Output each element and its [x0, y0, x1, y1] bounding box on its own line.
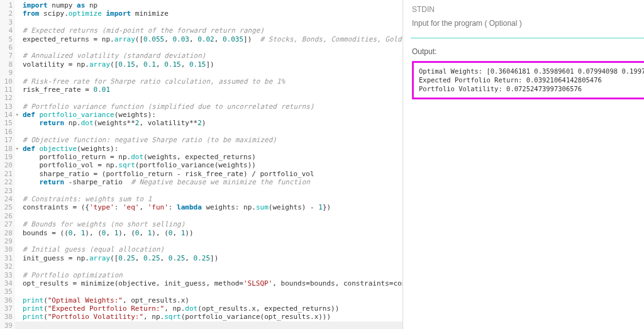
- line-number: 14: [0, 111, 13, 119]
- line-number: 25: [0, 203, 13, 211]
- line-number: 18: [0, 145, 13, 153]
- code-line[interactable]: sharpe_ratio = (portfolio_return - risk_…: [23, 170, 402, 178]
- line-number: 8: [0, 60, 13, 69]
- code-line[interactable]: def portfolio_variance(weights):: [23, 111, 402, 119]
- line-number: 10: [0, 77, 13, 86]
- line-number: 31: [0, 254, 13, 262]
- line-number: 38: [0, 313, 13, 321]
- line-number: 16: [0, 128, 13, 136]
- line-number: 15: [0, 119, 13, 127]
- line-number: 36: [0, 296, 13, 304]
- line-number: 11: [0, 86, 13, 94]
- code-line[interactable]: [23, 321, 402, 329]
- line-number-gutter: 1234567891011121314151617181920212223242…: [0, 0, 15, 329]
- line-number: 12: [0, 94, 13, 102]
- line-number: 17: [0, 136, 13, 144]
- code-line[interactable]: [23, 212, 402, 220]
- line-number: 26: [0, 212, 13, 220]
- stdin-section: STDIN: [403, 0, 644, 38]
- line-number: 6: [0, 43, 13, 52]
- line-number: 39: [0, 321, 13, 329]
- code-line[interactable]: portfolio_vol = np.sqrt(portfolio_varian…: [23, 161, 402, 169]
- code-line[interactable]: # Objective function: negative Sharpe ra…: [23, 136, 402, 144]
- code-line[interactable]: from scipy.optimize import minimize: [23, 9, 402, 18]
- line-number: 23: [0, 187, 13, 195]
- code-line[interactable]: # Risk-free rate for Sharpe ratio calcul…: [23, 77, 402, 86]
- code-line[interactable]: # Constraints: weights sum to 1: [23, 195, 402, 203]
- code-line[interactable]: print("Portfolio Volatility:", np.sqrt(p…: [23, 313, 402, 321]
- line-number: 7: [0, 52, 13, 60]
- code-line[interactable]: [23, 287, 402, 296]
- code-line[interactable]: [23, 69, 402, 77]
- code-line[interactable]: # Portfolio optimization: [23, 271, 402, 279]
- code-line[interactable]: # Annualized volatility (standard deviat…: [23, 52, 402, 60]
- code-line[interactable]: print("Expected Portfolio Return:", np.d…: [23, 304, 402, 313]
- line-number: 2: [0, 9, 13, 18]
- line-number: 37: [0, 304, 13, 313]
- line-number: 24: [0, 195, 13, 203]
- code-line[interactable]: opt_results = minimize(objective, init_g…: [23, 279, 402, 287]
- code-line[interactable]: risk_free_rate = 0.01: [23, 86, 402, 94]
- code-line[interactable]: # Bounds for weights (no short selling): [23, 220, 402, 228]
- output-section: Output: Optimal Weights: [0.36046181 0.3…: [403, 45, 644, 329]
- line-number: 4: [0, 26, 13, 35]
- line-number: 35: [0, 287, 13, 296]
- code-line[interactable]: volatility = np.array([0.15, 0.1, 0.15, …: [23, 60, 402, 69]
- code-line[interactable]: [23, 94, 402, 102]
- code-line[interactable]: [23, 43, 402, 52]
- code-line[interactable]: # Initial guess (equal allocation): [23, 245, 402, 254]
- line-number: 13: [0, 103, 13, 111]
- line-number: 9: [0, 69, 13, 77]
- code-area[interactable]: import numpy as npfrom scipy.optimize im…: [15, 0, 402, 329]
- line-number: 32: [0, 262, 13, 270]
- code-line[interactable]: [23, 18, 402, 26]
- line-number: 19: [0, 153, 13, 161]
- code-line[interactable]: [23, 262, 402, 270]
- line-number: 29: [0, 237, 13, 245]
- code-line[interactable]: # Expected returns (mid-point of the for…: [23, 26, 402, 35]
- line-number: 3: [0, 18, 13, 26]
- code-editor[interactable]: 1234567891011121314151617181920212223242…: [0, 0, 402, 329]
- io-panel: STDIN Output: Optimal Weights: [0.360461…: [402, 0, 644, 329]
- code-line[interactable]: init_guess = np.array([0.25, 0.25, 0.25,…: [23, 254, 402, 262]
- line-number: 20: [0, 161, 13, 169]
- code-line[interactable]: [23, 237, 402, 245]
- code-line[interactable]: constraints = ({'type': 'eq', 'fun': lam…: [23, 203, 402, 211]
- line-number: 34: [0, 279, 13, 287]
- stdin-label: STDIN: [412, 5, 644, 14]
- code-line[interactable]: [23, 128, 402, 136]
- code-line[interactable]: portfolio_return = np.dot(weights, expec…: [23, 153, 402, 161]
- line-number: 21: [0, 170, 13, 178]
- stdin-input[interactable]: [412, 19, 644, 28]
- code-line[interactable]: [23, 187, 402, 195]
- code-line[interactable]: print("Optimal Weights:", opt_results.x): [23, 296, 402, 304]
- code-line[interactable]: def objective(weights):: [23, 145, 402, 153]
- code-line[interactable]: return np.dot(weights**2, volatility**2): [23, 119, 402, 127]
- code-line[interactable]: # Portfolio variance function (simplifie…: [23, 103, 402, 111]
- line-number: 28: [0, 229, 13, 237]
- code-line[interactable]: import numpy as np: [23, 1, 402, 9]
- divider: [411, 38, 644, 38]
- code-line[interactable]: bounds = ((0, 1), (0, 1), (0, 1), (0, 1)…: [23, 229, 402, 237]
- code-line[interactable]: expected_returns = np.array([0.055, 0.03…: [23, 35, 402, 43]
- line-number: 5: [0, 35, 13, 43]
- code-line[interactable]: return -sharpe_ratio # Negative because …: [23, 178, 402, 186]
- output-box: Optimal Weights: [0.36046181 0.35989601 …: [412, 61, 644, 99]
- line-number: 1: [0, 1, 13, 9]
- output-label: Output:: [412, 47, 644, 56]
- line-number: 33: [0, 271, 13, 279]
- line-number: 27: [0, 220, 13, 228]
- line-number: 30: [0, 245, 13, 254]
- line-number: 22: [0, 178, 13, 186]
